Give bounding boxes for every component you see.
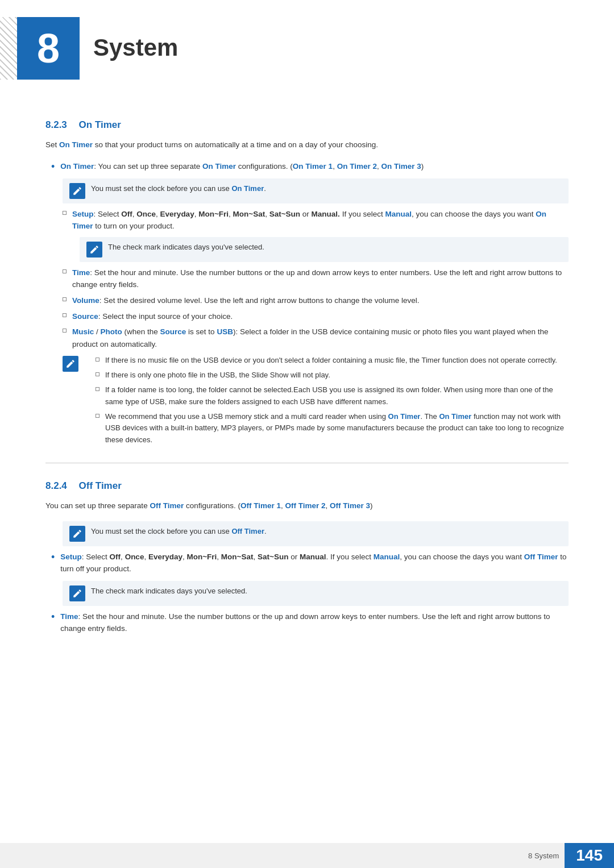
note-box-5: The check mark indicates days you've sel… bbox=[63, 581, 569, 606]
note-box-1: You must set the clock before you can us… bbox=[63, 178, 569, 203]
page-header: 8 System bbox=[0, 0, 614, 91]
sub-item-source: Source: Select the input source of your … bbox=[63, 310, 569, 323]
note-box-2: The check mark indicates days you've sel… bbox=[80, 237, 569, 262]
sub-item-time: Time: Set the hour and minute. Use the n… bbox=[63, 267, 569, 291]
bullet-off-timer-setup: • Setup: Select Off, Once, Everyday, Mon… bbox=[45, 551, 569, 575]
section-823-title: On Timer bbox=[79, 119, 121, 130]
section-823-heading: 8.2.3 On Timer bbox=[45, 119, 569, 131]
main-content: 8.2.3 On Timer Set On Timer so that your… bbox=[0, 91, 614, 686]
section-824-num: 8.2.4 bbox=[45, 480, 67, 491]
deep-sub-item-2: If there is only one photo file in the U… bbox=[96, 369, 569, 381]
bullet-on-timer-text: On Timer: You can set up three separate … bbox=[60, 160, 424, 173]
sub-text-setup: Setup: Select Off, Once, Everyday, Mon~F… bbox=[72, 208, 569, 232]
bullet-off-timer-time-text: Time: Set the hour and minute. Use the n… bbox=[60, 610, 569, 635]
sub-text-volume: Volume: Set the desired volume level. Us… bbox=[72, 294, 420, 307]
sub-item-setup: Setup: Select Off, Once, Everyday, Mon~F… bbox=[63, 208, 569, 232]
sub-bullet-source bbox=[63, 313, 67, 317]
section-divider bbox=[45, 463, 569, 463]
section-823-intro: Set On Timer so that your product turns … bbox=[45, 139, 569, 151]
bullet-on-timer-config: • On Timer: You can set up three separat… bbox=[45, 160, 569, 173]
note-icon-5 bbox=[69, 585, 85, 601]
section-824-heading: 8.2.4 Off Timer bbox=[45, 480, 569, 492]
deep-sub-text-3: If a folder name is too long, the folder… bbox=[105, 384, 569, 408]
deep-sub-text-1: If there is no music file on the USB dev… bbox=[105, 355, 557, 367]
bullet-dot-off-1: • bbox=[51, 551, 55, 563]
note-icon-1 bbox=[69, 183, 85, 199]
footer-content: 8 System 145 bbox=[522, 843, 614, 868]
note-3-content: If there is no music file on the USB dev… bbox=[84, 355, 569, 449]
sub-text-source: Source: Select the input source of your … bbox=[72, 310, 233, 323]
bullet-off-timer-time: • Time: Set the hour and minute. Use the… bbox=[45, 610, 569, 635]
note-1-text: You must set the clock before you can us… bbox=[91, 183, 266, 194]
sub-text-music-photo: Music / Photo (when the Source is set to… bbox=[72, 326, 569, 350]
sub-bullet-setup bbox=[63, 211, 67, 215]
sub-bullet-music-photo bbox=[63, 329, 67, 333]
section-823-num: 8.2.3 bbox=[45, 119, 67, 130]
note-5-text: The check mark indicates days you've sel… bbox=[91, 585, 247, 597]
note-icon-4 bbox=[69, 526, 85, 542]
deep-sub-bullet-1 bbox=[96, 358, 99, 362]
section-824-intro: You can set up three separate Off Timer … bbox=[45, 500, 569, 512]
bullet-dot-1: • bbox=[51, 161, 55, 173]
chapter-title: System bbox=[80, 17, 178, 61]
bullet-dot-off-2: • bbox=[51, 611, 55, 623]
sub-bullet-volume bbox=[63, 297, 67, 301]
sub-item-music-photo: Music / Photo (when the Source is set to… bbox=[63, 326, 569, 350]
bullet-off-timer-setup-text: Setup: Select Off, Once, Everyday, Mon~F… bbox=[60, 551, 569, 575]
footer-page-number: 145 bbox=[576, 846, 603, 865]
note-4-text: You must set the clock before you can us… bbox=[91, 526, 267, 537]
deep-sub-text-2: If there is only one photo file in the U… bbox=[105, 369, 330, 381]
footer-section-label: 8 System bbox=[522, 852, 565, 860]
deep-sub-item-4: We recommend that you use a USB memory s… bbox=[96, 411, 569, 446]
deep-sub-item-1: If there is no music file on the USB dev… bbox=[96, 355, 569, 367]
section-824-title: Off Timer bbox=[79, 480, 122, 491]
sub-bullet-time bbox=[63, 269, 67, 273]
deep-sub-bullet-2 bbox=[96, 372, 99, 376]
deep-sub-bullet-3 bbox=[96, 387, 99, 391]
footer-page-number-box: 145 bbox=[565, 843, 614, 868]
chapter-number: 8 bbox=[37, 25, 60, 72]
note-box-3-container: If there is no music file on the USB dev… bbox=[63, 355, 569, 449]
note-box-4: You must set the clock before you can us… bbox=[63, 521, 569, 546]
deep-sub-text-4: We recommend that you use a USB memory s… bbox=[105, 411, 569, 446]
deep-sub-items: If there is no music file on the USB dev… bbox=[84, 355, 569, 446]
sub-text-time: Time: Set the hour and minute. Use the n… bbox=[72, 267, 569, 291]
note-2-text: The check mark indicates days you've sel… bbox=[108, 242, 264, 253]
deep-sub-item-3: If a folder name is too long, the folder… bbox=[96, 384, 569, 408]
deep-sub-bullet-4 bbox=[96, 414, 99, 418]
sub-items-more: Time: Set the hour and minute. Use the n… bbox=[45, 267, 569, 351]
page-footer: 8 System 145 bbox=[0, 843, 614, 868]
sub-items-setup: Setup: Select Off, Once, Everyday, Mon~F… bbox=[45, 208, 569, 232]
chapter-number-box: 8 bbox=[17, 17, 80, 80]
note-icon-3 bbox=[63, 356, 78, 372]
note-icon-2 bbox=[86, 242, 102, 258]
sub-item-volume: Volume: Set the desired volume level. Us… bbox=[63, 294, 569, 307]
